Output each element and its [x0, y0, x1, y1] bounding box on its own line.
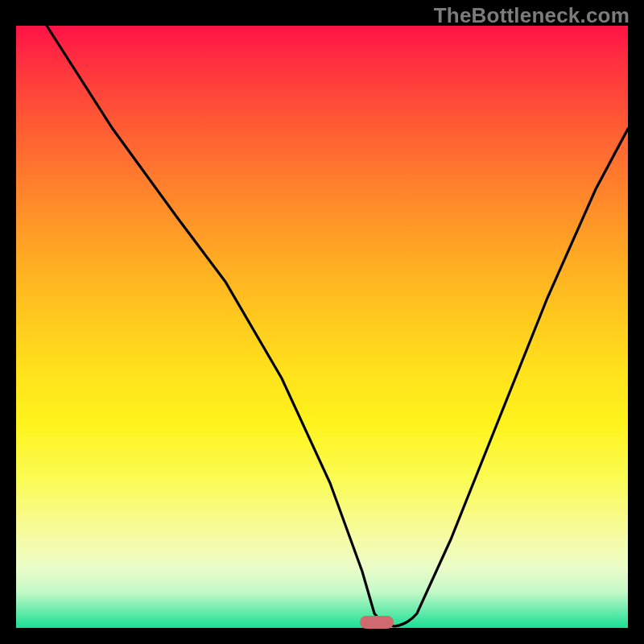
optimum-marker	[360, 616, 394, 629]
line-series	[16, 26, 628, 628]
watermark-text: TheBottleneck.com	[434, 3, 630, 28]
chart-frame: TheBottleneck.com	[0, 0, 644, 644]
plot-area	[16, 26, 628, 628]
curve-path	[47, 26, 628, 626]
